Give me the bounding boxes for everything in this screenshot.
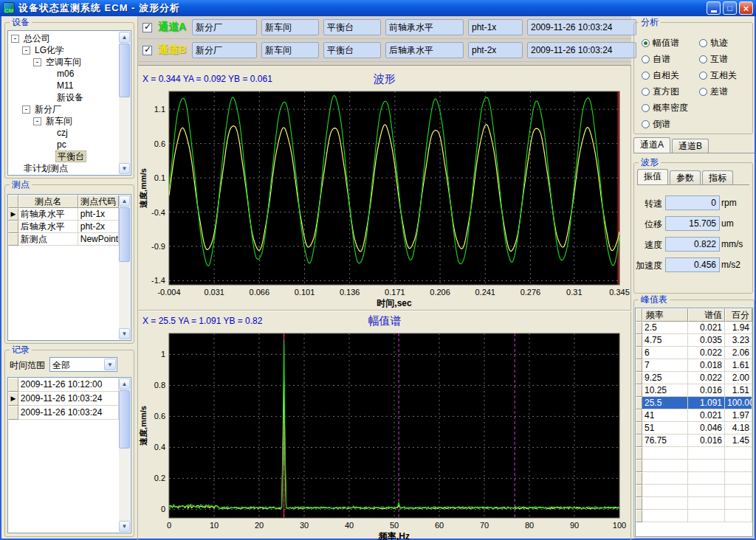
channel-field[interactable]: 2009-11-26 10:03:24 <box>527 42 636 58</box>
points-row[interactable]: 新测点NewPoint <box>8 233 119 246</box>
tab-通道A[interactable]: 通道A <box>633 137 670 153</box>
channel-checkbox[interactable]: ✓ <box>142 46 152 55</box>
channel-field[interactable]: 前轴承水平 <box>385 19 464 35</box>
waveform-plot[interactable]: -0.0040.0310.0660.1010.1360.1710.2060.24… <box>138 87 631 308</box>
scroll-down-icon[interactable]: ▼ <box>119 521 130 532</box>
measure-field-value[interactable]: 0.822 <box>665 237 720 252</box>
measure-field-value[interactable]: 0.456 <box>665 257 720 272</box>
minimize-button[interactable] <box>707 1 721 15</box>
radio-icon[interactable] <box>642 104 650 112</box>
measure-field-value[interactable]: 0 <box>665 195 720 210</box>
tree-node[interactable]: m06 <box>9 68 119 80</box>
scroll-down-icon[interactable]: ▼ <box>119 328 130 339</box>
peak-row[interactable] <box>636 485 752 497</box>
radio-icon[interactable] <box>699 72 707 80</box>
channel-checkbox[interactable]: ✓ <box>142 23 152 32</box>
record-row[interactable]: 2009-11-26 10:03:24 <box>8 406 119 420</box>
peak-row[interactable]: 9.250.0222.00 <box>636 372 752 384</box>
scroll-up-icon[interactable]: ▲ <box>119 32 130 43</box>
peak-row[interactable] <box>636 472 752 485</box>
spectrum-plot[interactable]: 010203040506070809010000.20.40.60.81频率,H… <box>138 329 631 540</box>
analysis-option[interactable]: 概率密度 <box>642 100 699 116</box>
records-scrollbar[interactable]: ▲▼ <box>119 378 130 532</box>
analysis-option[interactable]: 自谱 <box>642 51 699 67</box>
peak-row[interactable] <box>636 447 752 460</box>
radio-icon[interactable] <box>642 88 650 96</box>
analysis-option[interactable]: 差谱 <box>699 83 737 100</box>
tree-node[interactable]: -总公司 <box>9 32 119 44</box>
channel-field[interactable]: 新分厂 <box>192 42 257 58</box>
points-scrollbar[interactable]: ▲▼ <box>119 195 130 339</box>
radio-icon[interactable] <box>642 55 650 63</box>
scroll-thumb[interactable] <box>119 44 130 97</box>
analysis-option[interactable]: 自相关 <box>642 67 699 83</box>
measure-field-value[interactable]: 15.705 <box>665 216 720 231</box>
peak-row[interactable]: 70.0181.61 <box>636 359 752 372</box>
tree-collapse-icon[interactable]: - <box>33 58 41 66</box>
channel-field[interactable]: pht-1x <box>468 19 523 35</box>
tree-node[interactable]: -LG化学 <box>9 44 119 56</box>
peak-row[interactable]: 76.750.0161.45 <box>636 435 752 447</box>
peak-row[interactable]: 510.0464.18 <box>636 422 752 435</box>
analysis-option[interactable]: 互相关 <box>699 67 737 83</box>
radio-icon[interactable] <box>642 120 650 128</box>
radio-icon[interactable] <box>642 39 650 47</box>
tree-node[interactable]: 非计划测点 <box>9 162 119 174</box>
peak-row[interactable] <box>636 460 752 472</box>
tree-node[interactable]: pc <box>9 139 119 150</box>
tree-collapse-icon[interactable]: - <box>22 46 30 55</box>
tab-通道B[interactable]: 通道B <box>672 139 709 153</box>
channel-field[interactable]: 平衡台 <box>323 19 381 35</box>
analysis-option[interactable]: 幅值谱 <box>642 35 699 51</box>
channel-field[interactable]: 平衡台 <box>323 42 381 58</box>
analysis-option[interactable]: 倒谱 <box>642 116 699 132</box>
peak-row[interactable] <box>636 497 752 510</box>
radio-icon[interactable] <box>642 72 650 80</box>
scroll-up-icon[interactable]: ▲ <box>119 195 130 207</box>
tree-node[interactable]: czj <box>9 127 119 139</box>
points-col-name[interactable]: 测点名 <box>18 195 78 208</box>
points-row[interactable]: ▶前轴承水平pht-1x <box>8 208 119 221</box>
record-row[interactable]: 2009-11-26 10:12:00 <box>8 378 119 392</box>
tree-node[interactable]: -新车间 <box>9 115 119 127</box>
channel-field[interactable]: 后轴承水平 <box>385 42 464 58</box>
tree-collapse-icon[interactable]: - <box>22 105 30 114</box>
combo-arrow-icon[interactable]: ▼ <box>104 359 116 370</box>
tab-振值[interactable]: 振值 <box>637 169 668 184</box>
peak-row[interactable]: 25.51.091100.00 <box>636 397 752 409</box>
scroll-thumb[interactable] <box>119 390 130 449</box>
points-row[interactable]: 后轴承水平pht-2x <box>8 221 119 233</box>
peak-row[interactable]: 410.0211.97 <box>636 409 752 422</box>
tab-指标[interactable]: 指标 <box>702 170 733 184</box>
peak-row[interactable]: 4.750.0353.23 <box>636 334 752 347</box>
scroll-up-icon[interactable]: ▲ <box>119 378 130 390</box>
close-button[interactable]: × <box>739 1 753 15</box>
channel-field[interactable]: 新分厂 <box>192 19 257 35</box>
peak-row[interactable]: 60.0222.06 <box>636 347 752 359</box>
scroll-down-icon[interactable]: ▼ <box>119 163 130 174</box>
tree-node[interactable]: -空调车间 <box>9 56 119 68</box>
tree-node[interactable]: -新分厂 <box>9 103 119 115</box>
tab-参数[interactable]: 参数 <box>670 170 701 184</box>
peaks-col-1[interactable]: 谱值 <box>688 308 725 322</box>
time-range-combo[interactable]: 全部 ▼ <box>49 357 117 372</box>
tree-node[interactable]: M11 <box>9 80 119 91</box>
peak-row[interactable]: 10.250.0161.51 <box>636 384 752 397</box>
peak-row[interactable] <box>636 510 752 522</box>
tree-node[interactable]: 平衡台 <box>9 150 119 162</box>
channel-field[interactable]: 2009-11-26 10:03:24 <box>527 19 636 35</box>
restore-button[interactable]: □ <box>723 1 737 15</box>
peak-row[interactable]: 2.50.0211.94 <box>636 322 752 334</box>
radio-icon[interactable] <box>699 88 707 96</box>
channel-field[interactable]: 新车间 <box>261 42 319 58</box>
peaks-col-2[interactable]: 百分比 <box>725 308 752 322</box>
scroll-thumb[interactable] <box>119 207 130 262</box>
radio-icon[interactable] <box>699 55 707 63</box>
peaks-col-0[interactable]: 频率 <box>642 308 688 322</box>
tree-node[interactable]: 新设备 <box>9 91 119 103</box>
radio-icon[interactable] <box>699 39 707 47</box>
record-row[interactable]: ▶2009-11-26 10:03:24 <box>8 392 119 406</box>
analysis-option[interactable]: 轨迹 <box>699 35 737 51</box>
tree-collapse-icon[interactable]: - <box>33 117 41 125</box>
channel-field[interactable]: pht-2x <box>468 42 523 58</box>
